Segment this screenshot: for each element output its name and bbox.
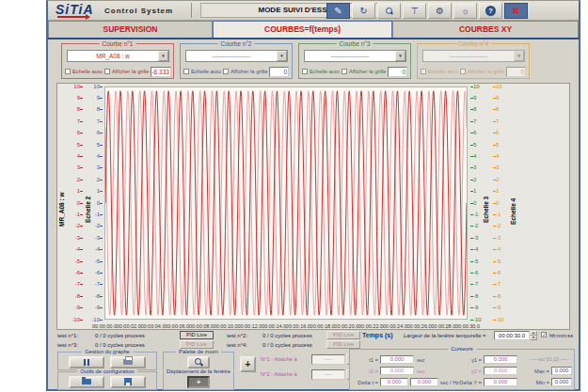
y-tick-label: -1 bbox=[470, 212, 478, 218]
toolbar: ✎↻⊤⚙☼?✖ bbox=[326, 3, 528, 19]
y-tick-label: 0 bbox=[97, 200, 103, 207]
x-tick-label: 00:00:02.0 bbox=[117, 323, 141, 329]
t2-field[interactable]: 0.000 bbox=[380, 367, 414, 375]
y-tick-label: -4 bbox=[95, 246, 103, 253]
alarm-button[interactable]: ☼ bbox=[453, 3, 477, 19]
y-tick-label: -10 bbox=[470, 317, 482, 323]
afficher-grille-checkbox[interactable] bbox=[223, 69, 229, 74]
x-tick-label: 00:00:08.0 bbox=[189, 323, 214, 329]
y-tick-label: 3 bbox=[470, 165, 476, 171]
cursors-group: Curseurs t1 = 0.000 sec y1 = 0.000 sur [… bbox=[349, 349, 575, 390]
t1-field[interactable]: 0.000 bbox=[380, 355, 414, 364]
hhmmss-label: hh:mm:ss bbox=[549, 333, 573, 338]
echelle-auto-checkbox[interactable] bbox=[302, 69, 308, 74]
zoom-tool-button[interactable] bbox=[187, 356, 210, 368]
save-config-button[interactable] bbox=[110, 376, 146, 388]
cursor1-attach-select[interactable]: ---- bbox=[311, 354, 345, 365]
close-button[interactable]: ✖ bbox=[504, 3, 528, 19]
spinner-down-icon[interactable]: ▼ bbox=[530, 336, 537, 340]
echelle-auto-checkbox[interactable] bbox=[183, 69, 189, 74]
open-config-button[interactable] bbox=[69, 376, 104, 388]
echelle-auto-checkbox[interactable] bbox=[65, 69, 71, 74]
y-tick-label: -9 bbox=[95, 305, 103, 311]
chevron-down-icon[interactable]: ▼ bbox=[514, 51, 524, 61]
move-window-button[interactable]: + bbox=[187, 376, 210, 388]
hhmmss-checkbox[interactable]: ✓ bbox=[541, 332, 547, 337]
curve-panel-3: Courbe n°3-------------------▼Echelle au… bbox=[298, 43, 411, 79]
y-tick-label: 7 bbox=[493, 118, 499, 125]
curve-panel-4: Courbe n°4-------------------▼Echelle au… bbox=[417, 43, 530, 79]
refresh-button[interactable]: ↻ bbox=[352, 3, 375, 19]
add-cursor-button[interactable]: + bbox=[240, 356, 256, 372]
y2-field[interactable]: 0.000 bbox=[484, 367, 517, 375]
chevron-down-icon[interactable]: ▼ bbox=[277, 51, 287, 61]
tab-courbes-xy[interactable]: COURBES XY bbox=[392, 21, 579, 38]
y-tick-label: -9 bbox=[493, 305, 501, 311]
tab-supervision[interactable]: SUPERVISION bbox=[48, 21, 213, 38]
window-width-input[interactable]: 00:00:30.0 bbox=[494, 331, 530, 340]
grille-value-field[interactable]: 0 bbox=[269, 67, 289, 77]
grille-value-field[interactable]: 0 bbox=[506, 67, 526, 77]
chevron-down-icon[interactable]: ▼ bbox=[395, 51, 405, 61]
y-tick-label: -7 bbox=[95, 281, 103, 288]
curve-select-value: ------------------- bbox=[423, 51, 514, 61]
y-tick-label: 2 bbox=[470, 177, 476, 183]
window-width-spinner[interactable]: ▲▼ bbox=[530, 331, 537, 340]
grille-value-field[interactable]: 0 bbox=[388, 67, 407, 77]
delta-t-field2: 0.000 bbox=[410, 378, 438, 386]
afficher-grille-checkbox[interactable] bbox=[104, 69, 110, 74]
plot-area[interactable] bbox=[104, 86, 468, 320]
y-tick-label: 8 bbox=[97, 106, 103, 113]
pid-live-button[interactable]: PID Live bbox=[326, 340, 360, 349]
x-tick-label: 00:00:06.0 bbox=[165, 323, 189, 329]
curve-select-4[interactable]: -------------------▼ bbox=[422, 50, 525, 62]
x-tick-label: 00:00:18.0 bbox=[310, 323, 335, 329]
y-tick-label: -6 bbox=[493, 270, 501, 276]
pin-button[interactable]: ⊤ bbox=[403, 3, 426, 19]
save-icon bbox=[124, 378, 132, 385]
afficher-grille-checkbox[interactable] bbox=[342, 69, 347, 74]
pid-live-button[interactable]: PID Live bbox=[326, 331, 360, 339]
delta-y-label: Delta Y = bbox=[453, 380, 482, 385]
y-tick-label: 3 bbox=[77, 165, 83, 171]
pid-live-button[interactable]: PID Live bbox=[180, 340, 214, 349]
y-tick-label: 9 bbox=[493, 95, 499, 102]
y-tick-label: 4 bbox=[77, 153, 83, 160]
y-tick-label: 9 bbox=[97, 95, 103, 102]
t2-unit: sec bbox=[417, 368, 425, 374]
pid-live-button[interactable]: PID Live bbox=[180, 331, 214, 339]
chevron-down-icon[interactable]: ▼ bbox=[158, 51, 168, 61]
print-graph-button[interactable] bbox=[110, 356, 146, 368]
left-axis1-ticks: 109876543210-1-2-3-4-5-6-7-8-9-10 bbox=[63, 84, 83, 331]
y2-label: y2 = bbox=[457, 368, 482, 374]
delta-t-label: Delta t = bbox=[350, 380, 378, 385]
grille-value-field[interactable]: -6.333 bbox=[151, 67, 170, 77]
y1-field[interactable]: 0.000 bbox=[484, 355, 517, 364]
delta-y-field: 0.000 bbox=[484, 378, 517, 386]
curve-panel-title: Courbe n°3 bbox=[337, 40, 373, 47]
y-tick-label: 4 bbox=[493, 153, 499, 160]
settings-button[interactable]: ⚙ bbox=[428, 3, 452, 19]
logo-underline-arrow bbox=[57, 16, 86, 18]
tab-courbes-f-temps-[interactable]: COURBES=f(temps) bbox=[213, 21, 392, 38]
edit-mode-button[interactable]: ✎ bbox=[326, 3, 350, 19]
graph-pause-button[interactable] bbox=[69, 356, 104, 368]
window-width-label: Largeur de la fenêtre temporelle = bbox=[404, 333, 486, 338]
help-button[interactable]: ? bbox=[479, 3, 502, 19]
curve-select-3[interactable]: -------------------▼ bbox=[304, 50, 406, 62]
cursor2-attach-select[interactable]: ---- bbox=[311, 369, 345, 380]
y-tick-label: -8 bbox=[75, 293, 83, 300]
y-tick-label: 4 bbox=[97, 153, 103, 160]
y-tick-label: -8 bbox=[470, 293, 478, 300]
curve-select-2[interactable]: -------------------▼ bbox=[185, 50, 288, 62]
pause-bars-icon bbox=[84, 359, 89, 366]
x-tick-label: 00:00:24.0 bbox=[383, 323, 407, 329]
afficher-grille-label: Afficher la grille bbox=[349, 69, 387, 74]
afficher-grille-checkbox[interactable] bbox=[460, 69, 466, 74]
echelle-auto-checkbox[interactable] bbox=[421, 69, 426, 74]
y-tick-label: -4 bbox=[75, 246, 83, 253]
search-button[interactable] bbox=[377, 3, 401, 19]
y-tick-label: 8 bbox=[77, 106, 83, 113]
curve-select-1[interactable]: MR_A08 : w▼ bbox=[67, 50, 169, 62]
cursor1-attach-label: N°1 : Attaché à bbox=[261, 356, 297, 362]
